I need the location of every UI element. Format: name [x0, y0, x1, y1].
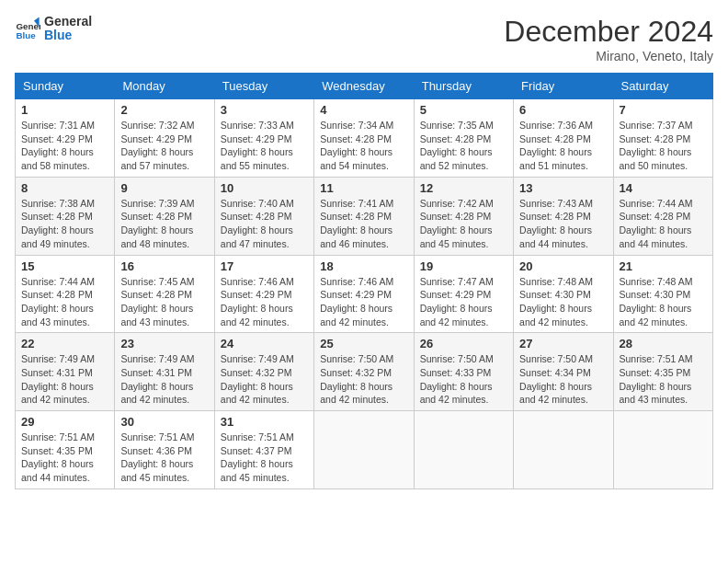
calendar-week-row: 29 Sunrise: 7:51 AM Sunset: 4:35 PM Dayl… [16, 411, 713, 489]
day-info: Sunrise: 7:35 AM Sunset: 4:28 PM Dayligh… [420, 119, 507, 173]
day-cell-1: 1 Sunrise: 7:31 AM Sunset: 4:29 PM Dayli… [16, 99, 115, 178]
daylight: Daylight: 8 hours and 45 minutes. [221, 458, 293, 483]
day-number: 22 [21, 337, 108, 350]
weekday-header-saturday: Saturday [613, 74, 712, 99]
daylight: Daylight: 8 hours and 45 minutes. [120, 458, 193, 483]
sunset: Sunset: 4:28 PM [620, 211, 691, 222]
sunset: Sunset: 4:28 PM [21, 289, 93, 300]
day-cell-11: 11 Sunrise: 7:41 AM Sunset: 4:28 PM Dayl… [314, 177, 414, 255]
day-number: 24 [221, 337, 308, 350]
empty-cell [613, 411, 712, 489]
daylight: Daylight: 8 hours and 42 minutes. [519, 381, 592, 406]
logo: General Blue General Blue [15, 15, 92, 43]
sunset: Sunset: 4:29 PM [320, 289, 392, 300]
sunset: Sunset: 4:28 PM [420, 211, 492, 222]
day-cell-25: 25 Sunrise: 7:50 AM Sunset: 4:32 PM Dayl… [314, 333, 414, 411]
sunrise: Sunrise: 7:50 AM [519, 353, 593, 364]
day-cell-30: 30 Sunrise: 7:51 AM Sunset: 4:36 PM Dayl… [115, 411, 214, 489]
day-cell-15: 15 Sunrise: 7:44 AM Sunset: 4:28 PM Dayl… [16, 255, 115, 333]
sunrise: Sunrise: 7:40 AM [221, 198, 294, 209]
sunset: Sunset: 4:29 PM [221, 133, 292, 144]
sunset: Sunset: 4:28 PM [120, 289, 192, 300]
sunrise: Sunrise: 7:51 AM [620, 353, 693, 364]
sunrise: Sunrise: 7:41 AM [320, 198, 393, 209]
sunrise: Sunrise: 7:46 AM [221, 276, 294, 287]
day-cell-10: 10 Sunrise: 7:40 AM Sunset: 4:28 PM Dayl… [214, 177, 313, 255]
empty-cell [414, 411, 513, 489]
empty-cell [314, 411, 414, 489]
sunrise: Sunrise: 7:38 AM [21, 198, 95, 209]
sunset: Sunset: 4:30 PM [519, 289, 591, 300]
daylight: Daylight: 8 hours and 54 minutes. [320, 146, 392, 171]
weekday-header-sunday: Sunday [16, 74, 115, 99]
day-number: 6 [519, 103, 607, 117]
day-info: Sunrise: 7:39 AM Sunset: 4:28 PM Dayligh… [120, 197, 208, 251]
sunset: Sunset: 4:32 PM [221, 367, 292, 378]
sunrise: Sunrise: 7:42 AM [420, 198, 494, 209]
day-cell-4: 4 Sunrise: 7:34 AM Sunset: 4:28 PM Dayli… [314, 99, 414, 178]
daylight: Daylight: 8 hours and 46 minutes. [320, 224, 392, 249]
day-info: Sunrise: 7:38 AM Sunset: 4:28 PM Dayligh… [21, 197, 108, 251]
day-info: Sunrise: 7:48 AM Sunset: 4:30 PM Dayligh… [620, 275, 707, 329]
day-info: Sunrise: 7:50 AM Sunset: 4:32 PM Dayligh… [320, 352, 407, 407]
day-info: Sunrise: 7:51 AM Sunset: 4:35 PM Dayligh… [21, 431, 108, 485]
day-number: 23 [120, 337, 208, 350]
day-info: Sunrise: 7:49 AM Sunset: 4:32 PM Dayligh… [221, 352, 308, 407]
day-number: 18 [320, 259, 407, 273]
sunrise: Sunrise: 7:48 AM [620, 276, 693, 287]
day-number: 30 [120, 415, 208, 429]
sunset: Sunset: 4:30 PM [620, 289, 691, 300]
day-cell-8: 8 Sunrise: 7:38 AM Sunset: 4:28 PM Dayli… [16, 177, 115, 255]
daylight: Daylight: 8 hours and 50 minutes. [620, 146, 692, 171]
day-info: Sunrise: 7:49 AM Sunset: 4:31 PM Dayligh… [120, 352, 208, 407]
day-number: 2 [120, 103, 208, 117]
day-cell-3: 3 Sunrise: 7:33 AM Sunset: 4:29 PM Dayli… [214, 99, 313, 178]
day-cell-7: 7 Sunrise: 7:37 AM Sunset: 4:28 PM Dayli… [613, 99, 712, 178]
sunrise: Sunrise: 7:33 AM [221, 120, 294, 131]
day-info: Sunrise: 7:51 AM Sunset: 4:35 PM Dayligh… [620, 352, 707, 407]
daylight: Daylight: 8 hours and 49 minutes. [21, 224, 94, 249]
sunset: Sunset: 4:31 PM [21, 367, 93, 378]
day-info: Sunrise: 7:46 AM Sunset: 4:29 PM Dayligh… [221, 275, 308, 329]
sunrise: Sunrise: 7:32 AM [120, 120, 194, 131]
day-info: Sunrise: 7:37 AM Sunset: 4:28 PM Dayligh… [620, 119, 707, 173]
daylight: Daylight: 8 hours and 45 minutes. [420, 224, 493, 249]
sunset: Sunset: 4:31 PM [120, 367, 192, 378]
day-cell-14: 14 Sunrise: 7:44 AM Sunset: 4:28 PM Dayl… [613, 177, 712, 255]
sunrise: Sunrise: 7:31 AM [21, 120, 95, 131]
day-info: Sunrise: 7:44 AM Sunset: 4:28 PM Dayligh… [21, 275, 108, 329]
empty-cell [514, 411, 613, 489]
sunset: Sunset: 4:28 PM [320, 211, 392, 222]
day-number: 3 [221, 103, 308, 117]
day-number: 7 [620, 103, 707, 117]
sunrise: Sunrise: 7:44 AM [21, 276, 95, 287]
day-info: Sunrise: 7:45 AM Sunset: 4:28 PM Dayligh… [120, 275, 208, 329]
sunrise: Sunrise: 7:49 AM [120, 353, 194, 364]
day-number: 9 [120, 181, 208, 195]
day-info: Sunrise: 7:49 AM Sunset: 4:31 PM Dayligh… [21, 352, 108, 407]
day-info: Sunrise: 7:50 AM Sunset: 4:34 PM Dayligh… [519, 352, 607, 407]
sunrise: Sunrise: 7:51 AM [21, 431, 95, 442]
sunset: Sunset: 4:28 PM [120, 211, 192, 222]
svg-text:Blue: Blue [16, 31, 36, 41]
daylight: Daylight: 8 hours and 43 minutes. [21, 303, 94, 327]
daylight: Daylight: 8 hours and 52 minutes. [420, 146, 493, 171]
day-number: 31 [221, 415, 308, 429]
sunset: Sunset: 4:33 PM [420, 367, 492, 378]
day-info: Sunrise: 7:40 AM Sunset: 4:28 PM Dayligh… [221, 197, 308, 251]
calendar-week-row: 15 Sunrise: 7:44 AM Sunset: 4:28 PM Dayl… [16, 255, 713, 333]
day-cell-27: 27 Sunrise: 7:50 AM Sunset: 4:34 PM Dayl… [514, 333, 613, 411]
calendar-table: SundayMondayTuesdayWednesdayThursdayFrid… [15, 73, 713, 489]
day-info: Sunrise: 7:34 AM Sunset: 4:28 PM Dayligh… [320, 119, 407, 173]
sunrise: Sunrise: 7:51 AM [120, 431, 194, 442]
sunrise: Sunrise: 7:51 AM [221, 431, 294, 442]
day-cell-5: 5 Sunrise: 7:35 AM Sunset: 4:28 PM Dayli… [414, 99, 513, 178]
daylight: Daylight: 8 hours and 42 minutes. [620, 303, 692, 327]
sunset: Sunset: 4:28 PM [519, 211, 591, 222]
daylight: Daylight: 8 hours and 44 minutes. [21, 458, 94, 483]
weekday-header-thursday: Thursday [414, 74, 513, 99]
day-cell-28: 28 Sunrise: 7:51 AM Sunset: 4:35 PM Dayl… [613, 333, 712, 411]
logo-blue: Blue [44, 29, 92, 42]
day-cell-31: 31 Sunrise: 7:51 AM Sunset: 4:37 PM Dayl… [214, 411, 313, 489]
sunrise: Sunrise: 7:36 AM [519, 120, 593, 131]
